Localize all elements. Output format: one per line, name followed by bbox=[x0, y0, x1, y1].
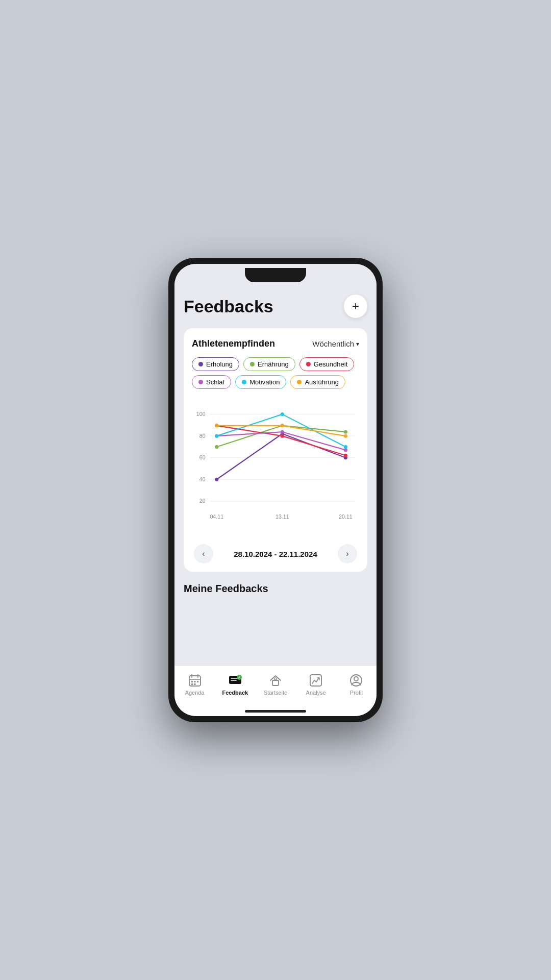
legend-dot-gesundheit bbox=[306, 362, 311, 366]
nav-label-agenda: Agenda bbox=[185, 690, 205, 696]
svg-rect-38 bbox=[191, 683, 193, 685]
svg-point-27 bbox=[344, 445, 347, 449]
legend-label-motivation: Motivation bbox=[249, 378, 280, 386]
legend-label-ausfuehrung: Ausführung bbox=[305, 378, 339, 386]
svg-point-49 bbox=[354, 677, 358, 681]
date-range: 28.10.2024 - 22.11.2024 bbox=[234, 550, 317, 558]
legend-dot-ernaehrung bbox=[250, 362, 255, 366]
profil-icon bbox=[349, 673, 363, 688]
chart-svg: 100 80 60 40 20 04.11 13.11 20.11 bbox=[192, 397, 359, 540]
home-indicator bbox=[245, 710, 306, 713]
legend-label-ernaehrung: Ernährung bbox=[258, 360, 289, 368]
svg-text:40: 40 bbox=[199, 476, 206, 482]
legend-label-schlaf: Schlaf bbox=[206, 378, 224, 386]
svg-point-13 bbox=[215, 478, 218, 481]
header: Feedbacks + bbox=[184, 286, 367, 328]
svg-point-30 bbox=[344, 434, 347, 438]
period-selector[interactable]: Wöchentlich ▾ bbox=[312, 339, 359, 348]
legend-label-gesundheit: Gesundheit bbox=[314, 360, 348, 368]
legend-tag-erholung[interactable]: Erholung bbox=[192, 357, 239, 371]
svg-point-23 bbox=[281, 430, 284, 434]
svg-point-25 bbox=[215, 434, 218, 438]
nav-label-profil: Profil bbox=[350, 690, 363, 696]
svg-text:20: 20 bbox=[199, 498, 206, 504]
chart-card: Athletenempfinden Wöchentlich ▾ Erholung bbox=[184, 328, 367, 572]
svg-rect-39 bbox=[194, 683, 195, 685]
nav-item-feedback[interactable]: ✓ Feedback bbox=[220, 673, 251, 696]
date-nav: ‹ 28.10.2024 - 22.11.2024 › bbox=[192, 544, 359, 564]
svg-point-18 bbox=[344, 430, 347, 434]
prev-date-button[interactable]: ‹ bbox=[194, 544, 213, 564]
svg-point-28 bbox=[215, 424, 218, 427]
chart-area: 100 80 60 40 20 04.11 13.11 20.11 bbox=[192, 397, 359, 540]
svg-point-16 bbox=[215, 445, 218, 449]
scroll-content: Feedbacks + Athletenempfinden Wöchentlic… bbox=[174, 286, 377, 665]
svg-rect-37 bbox=[197, 681, 198, 682]
legend-tag-ernaehrung[interactable]: Ernährung bbox=[243, 357, 295, 371]
nav-label-analyse: Analyse bbox=[306, 690, 326, 696]
card-header: Athletenempfinden Wöchentlich ▾ bbox=[192, 338, 359, 349]
svg-text:100: 100 bbox=[196, 411, 206, 417]
notch bbox=[245, 268, 306, 282]
svg-text:✓: ✓ bbox=[238, 676, 241, 679]
svg-rect-47 bbox=[310, 675, 321, 686]
svg-text:60: 60 bbox=[199, 454, 206, 460]
svg-text:80: 80 bbox=[199, 433, 206, 439]
nav-label-feedback: Feedback bbox=[222, 690, 248, 696]
legend-dot-erholung bbox=[198, 362, 203, 366]
status-bar bbox=[174, 264, 377, 286]
legend-tag-ausfuehrung[interactable]: Ausführung bbox=[290, 375, 345, 389]
legend-tag-schlaf[interactable]: Schlaf bbox=[192, 375, 231, 389]
legend-dot-ausfuehrung bbox=[297, 380, 302, 384]
legend-dot-schlaf bbox=[198, 380, 203, 384]
legend-tag-motivation[interactable]: Motivation bbox=[235, 375, 286, 389]
add-button[interactable]: + bbox=[344, 295, 367, 318]
svg-text:04.11: 04.11 bbox=[210, 513, 223, 520]
bottom-nav: Agenda ✓ Feedback bbox=[174, 665, 377, 706]
next-date-button[interactable]: › bbox=[338, 544, 357, 564]
svg-rect-45 bbox=[272, 680, 279, 685]
home-bar bbox=[174, 706, 377, 716]
svg-point-20 bbox=[281, 434, 284, 438]
my-feedbacks-title: Meine Feedbacks bbox=[184, 581, 367, 602]
phone-shell: Feedbacks + Athletenempfinden Wöchentlic… bbox=[168, 258, 383, 722]
legend-container: Erholung Ernährung Gesundheit bbox=[192, 357, 359, 389]
nav-item-analyse[interactable]: Analyse bbox=[300, 673, 331, 696]
svg-point-26 bbox=[281, 412, 284, 416]
legend-dot-motivation bbox=[242, 380, 246, 384]
svg-point-46 bbox=[274, 678, 277, 680]
nav-item-startseite[interactable]: Startseite bbox=[260, 673, 291, 696]
svg-rect-35 bbox=[191, 681, 193, 682]
svg-rect-36 bbox=[194, 681, 195, 682]
feedback-icon: ✓ bbox=[228, 673, 242, 688]
nav-item-agenda[interactable]: Agenda bbox=[180, 673, 210, 696]
page-title: Feedbacks bbox=[184, 297, 273, 316]
svg-point-29 bbox=[281, 424, 284, 427]
svg-text:13.11: 13.11 bbox=[276, 513, 289, 520]
chart-card-title: Athletenempfinden bbox=[192, 338, 275, 349]
chevron-down-icon: ▾ bbox=[356, 340, 359, 348]
legend-label-erholung: Erholung bbox=[206, 360, 233, 368]
svg-point-21 bbox=[344, 454, 347, 457]
agenda-icon bbox=[188, 673, 202, 688]
svg-text:20.11: 20.11 bbox=[339, 513, 353, 520]
nav-item-profil[interactable]: Profil bbox=[341, 673, 371, 696]
phone-inner: Feedbacks + Athletenempfinden Wöchentlic… bbox=[174, 264, 377, 716]
legend-tag-gesundheit[interactable]: Gesundheit bbox=[299, 357, 355, 371]
startseite-icon bbox=[268, 673, 283, 688]
svg-point-24 bbox=[344, 448, 347, 452]
analyse-icon bbox=[309, 673, 323, 688]
nav-label-startseite: Startseite bbox=[264, 690, 287, 696]
period-label: Wöchentlich bbox=[312, 339, 354, 348]
